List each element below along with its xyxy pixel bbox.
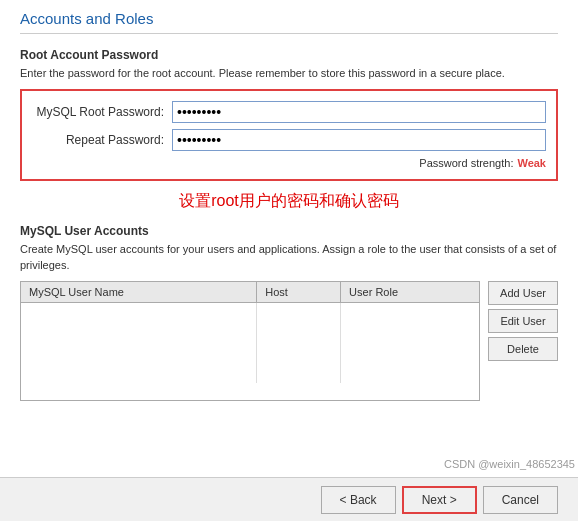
user-accounts-desc: Create MySQL user accounts for your user… [20,242,558,273]
repeat-password-label: Repeat Password: [32,133,172,147]
next-button[interactable]: Next > [402,486,477,514]
empty-row [21,303,479,383]
password-strength-value: Weak [517,157,546,169]
main-container: Accounts and Roles Root Account Password… [0,0,578,521]
root-password-section-desc: Enter the password for the root account.… [20,66,558,81]
edit-user-button[interactable]: Edit User [488,309,558,333]
password-strength-row: Password strength: Weak [32,157,546,169]
back-button[interactable]: < Back [321,486,396,514]
cancel-button[interactable]: Cancel [483,486,558,514]
buttons-column: Add User Edit User Delete [488,281,558,401]
table-header-row: MySQL User Name Host User Role [21,282,479,303]
user-table: MySQL User Name Host User Role [21,282,479,383]
table-and-buttons: MySQL User Name Host User Role [20,281,558,401]
col-userrole: User Role [341,282,479,303]
delete-button[interactable]: Delete [488,337,558,361]
root-password-row: MySQL Root Password: [32,101,546,123]
root-password-label: MySQL Root Password: [32,105,172,119]
root-password-input[interactable] [172,101,546,123]
add-user-button[interactable]: Add User [488,281,558,305]
user-accounts-title: MySQL User Accounts [20,224,558,238]
user-table-container: MySQL User Name Host User Role [20,281,480,401]
watermark: CSDN @weixin_48652345 [441,457,578,471]
password-strength-label: Password strength: [419,157,513,169]
content-area: Accounts and Roles Root Account Password… [0,0,578,411]
repeat-password-row: Repeat Password: [32,129,546,151]
password-box: MySQL Root Password: Repeat Password: Pa… [20,89,558,181]
user-accounts-section: MySQL User Accounts Create MySQL user ac… [20,224,558,401]
footer: < Back Next > Cancel [0,477,578,521]
col-host: Host [257,282,341,303]
repeat-password-input[interactable] [172,129,546,151]
annotation-text: 设置root用户的密码和确认密码 [20,191,558,212]
page-title: Accounts and Roles [20,10,558,34]
root-password-section-title: Root Account Password [20,48,558,62]
col-username: MySQL User Name [21,282,257,303]
